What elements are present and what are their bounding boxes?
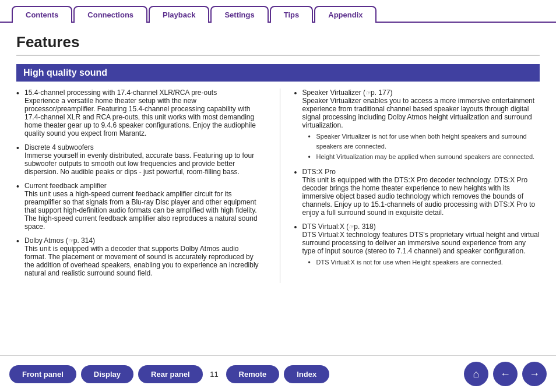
front-panel-button[interactable]: Front panel <box>9 365 76 383</box>
list-item: Speaker Virtualizer is not for use when … <box>308 132 540 151</box>
list-item: DTS Virtual:X is not for use when Height… <box>308 257 540 267</box>
feature-body: Immerse yourself in evenly distributed, … <box>24 151 262 176</box>
list-item: DTS:X Pro This unit is equipped with the… <box>294 168 540 217</box>
sub-bullet-list: DTS Virtual:X is not for use when Height… <box>308 257 540 267</box>
tab-tips[interactable]: Tips <box>270 6 314 23</box>
feature-title: DTS:X Pro <box>302 168 540 176</box>
list-item: 15.4-channel processing with 17.4-channe… <box>16 89 262 137</box>
list-item: Dolby Atmos (☞p. 314) This unit is equip… <box>16 236 262 277</box>
tab-contents[interactable]: Contents <box>12 6 72 23</box>
feature-body: Experience a versatile home theater setu… <box>24 97 262 137</box>
back-button[interactable]: ← <box>493 362 518 386</box>
list-item: Height Virtualization may be applied whe… <box>308 152 540 162</box>
feature-body: Speaker Virtualizer enables you to acces… <box>302 97 540 129</box>
left-column: 15.4-channel processing with 17.4-channe… <box>16 89 262 283</box>
top-navigation: Contents Connections Playback Settings T… <box>0 0 556 23</box>
remote-button[interactable]: Remote <box>226 365 280 383</box>
feature-title: Dolby Atmos (☞p. 314) <box>24 236 262 245</box>
page-title: Features <box>16 33 540 56</box>
rear-panel-button[interactable]: Rear panel <box>138 365 202 383</box>
feature-title: DTS Virtual:X (☞p. 318) <box>302 223 540 231</box>
home-button[interactable]: ⌂ <box>464 362 488 386</box>
feature-title: Speaker Virtualizer (☞p. 177) <box>302 89 540 97</box>
tab-connections[interactable]: Connections <box>73 6 147 23</box>
feature-body: This unit is equipped with a decoder tha… <box>24 245 262 277</box>
tab-settings[interactable]: Settings <box>210 6 268 23</box>
feature-title: 15.4-channel processing with 17.4-channe… <box>24 89 262 97</box>
forward-button[interactable]: → <box>522 362 547 386</box>
section-header-high-quality-sound: High quality sound <box>16 64 540 82</box>
tab-playback[interactable]: Playback <box>149 6 209 23</box>
list-item: Speaker Virtualizer (☞p. 177) Speaker Vi… <box>294 89 540 162</box>
index-button[interactable]: Index <box>284 365 329 383</box>
sub-bullet-list: Speaker Virtualizer is not for use when … <box>308 132 540 162</box>
list-item: DTS Virtual:X (☞p. 318) DTS Virtual:X te… <box>294 223 540 267</box>
feature-body: This unit uses a high-speed current feed… <box>24 190 262 231</box>
list-item: Discrete 4 subwoofers Immerse yourself i… <box>16 143 262 176</box>
feature-title: Current feedback amplifier <box>24 182 262 190</box>
bottom-navigation: Front panel Display Rear panel 11 Remote… <box>0 355 556 392</box>
right-feature-list: Speaker Virtualizer (☞p. 177) Speaker Vi… <box>294 89 540 267</box>
main-content: Features High quality sound 15.4-channel… <box>0 23 556 289</box>
feature-title: Discrete 4 subwoofers <box>24 143 262 151</box>
display-button[interactable]: Display <box>81 365 133 383</box>
page-number: 11 <box>207 370 221 379</box>
feature-body: This unit is equipped with the DTS:X Pro… <box>302 176 540 217</box>
right-column: Speaker Virtualizer (☞p. 177) Speaker Vi… <box>280 89 540 283</box>
feature-body: DTS Virtual:X technology features DTS's … <box>302 231 540 255</box>
list-item: Current feedback amplifier This unit use… <box>16 182 262 231</box>
features-columns: 15.4-channel processing with 17.4-channe… <box>16 89 540 283</box>
left-feature-list: 15.4-channel processing with 17.4-channe… <box>16 89 262 277</box>
tab-appendix[interactable]: Appendix <box>314 6 376 23</box>
